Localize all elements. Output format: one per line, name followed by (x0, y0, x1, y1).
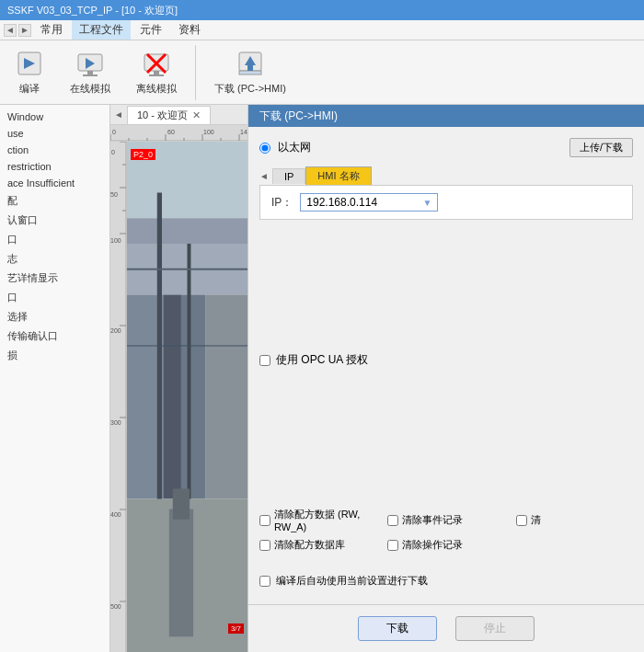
svg-rect-3 (87, 71, 93, 74)
left-item-yixiangqing[interactable]: 艺详情显示 (0, 269, 109, 288)
menu-changyon[interactable]: 常用 (33, 20, 70, 40)
svg-rect-14 (247, 65, 253, 71)
opc-section: 使用 OPC UA 授权 (259, 347, 633, 373)
opc-checkbox[interactable] (259, 355, 270, 366)
compile-section: 编译后自动使用当前设置进行下载 (259, 568, 633, 593)
network-radio[interactable] (259, 143, 270, 154)
tab-welcome[interactable]: 10 - 欢迎页 ✕ (127, 106, 211, 124)
toolbar-download[interactable]: 下载 (PC->HMI) (207, 45, 293, 99)
ip-tab[interactable]: IP (272, 168, 305, 184)
svg-text:400: 400 (110, 511, 121, 518)
menu-bar: ◄ ► 常用 工程文件 元件 资料 (0, 20, 644, 40)
left-item-ction[interactable]: ction (0, 142, 109, 158)
title-text: SSKF V03_03_TCP_IP - [10 - 欢迎页] (7, 4, 178, 17)
clear-op-log-label: 清除操作记录 (402, 538, 463, 552)
menu-ziliao[interactable]: 资料 (171, 20, 208, 40)
compile-label: 编译 (19, 82, 40, 96)
clear-event-log-label: 清除事件记录 (402, 513, 463, 527)
ip-hmi-tabs: ◄ IP HMI 名称 (259, 166, 633, 186)
left-item-xuanze[interactable]: 选择 (0, 307, 109, 326)
right-panel: 下载 (PC->HMI) 以太网 上传/下载 ◄ IP HMI 名称 IP： (248, 105, 644, 652)
center-panel: ◄ 10 - 欢迎页 ✕ 0 60 100 (110, 105, 248, 652)
clear-op-log-check[interactable] (387, 540, 398, 551)
svg-rect-53 (205, 295, 247, 499)
offline-sim-icon (142, 49, 171, 78)
clear-config-data-label: 清除配方数据 (RW, RW_A) (274, 508, 376, 532)
clear-extra-label: 清 (531, 513, 541, 527)
download-icon (236, 49, 265, 78)
canvas-red-label: P2_0 (131, 149, 155, 160)
download-button[interactable]: 下载 (358, 616, 437, 641)
menu-yuanjian[interactable]: 元件 (132, 20, 169, 40)
option-clear-event-log: 清除事件记录 (387, 508, 504, 532)
dialog-title: 下载 (PC->HMI) (248, 105, 644, 127)
svg-rect-29 (110, 142, 127, 652)
tab-arrow[interactable]: ◄ (114, 109, 123, 120)
ip-dropdown[interactable]: 192.168.0.114 ▼ (300, 193, 438, 212)
option-clear-config-data: 清除配方数据 (RW, RW_A) (259, 508, 376, 532)
left-item-chuanshu[interactable]: 传输确认口 (0, 326, 109, 346)
svg-text:300: 300 (110, 419, 121, 426)
nav-back[interactable]: ◄ (4, 24, 17, 37)
clear-config-data-check[interactable] (259, 515, 270, 526)
clear-config-db-label: 清除配方数据库 (274, 538, 345, 552)
left-item-use[interactable]: use (0, 125, 109, 142)
svg-text:0: 0 (111, 149, 115, 155)
left-item-pei[interactable]: 配 (0, 191, 109, 211)
menu-gongcheng[interactable]: 工程文件 (72, 20, 131, 40)
clear-config-db-check[interactable] (259, 540, 270, 551)
title-bar: SSKF V03_03_TCP_IP - [10 - 欢迎页] (0, 0, 644, 20)
tab-name: 10 - 欢迎页 (137, 109, 188, 120)
dropdown-arrow-icon: ▼ (422, 198, 431, 208)
opc-label: 使用 OPC UA 授权 (276, 352, 368, 368)
left-item-kou2[interactable]: 口 (0, 288, 109, 307)
svg-rect-15 (110, 125, 247, 142)
svg-rect-48 (127, 218, 247, 244)
left-item-zhi[interactable]: 志 (0, 249, 109, 269)
svg-rect-58 (173, 488, 190, 519)
dialog-body: 以太网 上传/下载 ◄ IP HMI 名称 IP： 192.168.0.114 … (248, 127, 644, 604)
stop-button[interactable]: 停止 (455, 616, 535, 641)
svg-rect-7 (154, 71, 159, 74)
canvas-area: 0 50 100 200 300 400 500 (110, 142, 247, 652)
svg-text:100: 100 (203, 129, 214, 135)
toolbar-compile[interactable]: 编译 (7, 45, 52, 99)
svg-text:50: 50 (110, 191, 118, 198)
toolbar-online-sim[interactable]: 在线模拟 (63, 45, 118, 99)
download-label: 下载 (PC->HMI) (214, 82, 286, 96)
left-item-renwindow[interactable]: 认窗口 (0, 211, 109, 230)
svg-text:0: 0 (112, 129, 116, 135)
left-panel: Window use ction restriction ace Insuffi… (0, 105, 110, 652)
tab-close-btn[interactable]: ✕ (192, 109, 201, 120)
left-item-restriction[interactable]: restriction (0, 158, 109, 175)
clear-extra-check[interactable] (516, 515, 527, 526)
svg-rect-4 (83, 74, 98, 76)
toolbar-offline-sim[interactable]: 离线模拟 (129, 45, 184, 99)
option-clear-extra: 清 (516, 508, 633, 532)
tab-arrow-left[interactable]: ◄ (259, 171, 269, 181)
left-item-sun[interactable]: 损 (0, 346, 109, 365)
left-item-ace-insufficient[interactable]: ace Insufficient (0, 175, 109, 191)
ip-label-text: IP： (271, 195, 293, 211)
upload-download-btn[interactable]: 上传/下载 (569, 138, 633, 157)
nav-forward[interactable]: ► (18, 24, 31, 37)
action-bar: 下载 停止 (248, 604, 644, 652)
left-item-window[interactable]: Window (0, 109, 109, 125)
main-area: Window use ction restriction ace Insuffi… (0, 105, 644, 652)
hmi-tab[interactable]: HMI 名称 (305, 166, 371, 185)
svg-text:140: 140 (240, 129, 247, 135)
online-sim-icon (75, 49, 105, 78)
option-clear-op-log: 清除操作记录 (387, 538, 504, 552)
left-item-kou[interactable]: 口 (0, 230, 109, 249)
compile-auto-check[interactable] (259, 576, 270, 587)
online-sim-label: 在线模拟 (70, 82, 110, 96)
options-section: 清除配方数据 (RW, RW_A) 清除事件记录 清 清除配方数据库 清除操作记… (259, 500, 633, 559)
clear-event-log-check[interactable] (387, 515, 398, 526)
compile-auto-label: 编译后自动使用当前设置进行下载 (276, 574, 428, 588)
offline-sim-label: 离线模拟 (136, 82, 177, 96)
svg-rect-52 (181, 295, 205, 499)
network-row: 以太网 上传/下载 (259, 138, 633, 157)
svg-rect-51 (163, 295, 181, 499)
svg-rect-12 (239, 71, 261, 74)
compile-icon (15, 49, 44, 78)
